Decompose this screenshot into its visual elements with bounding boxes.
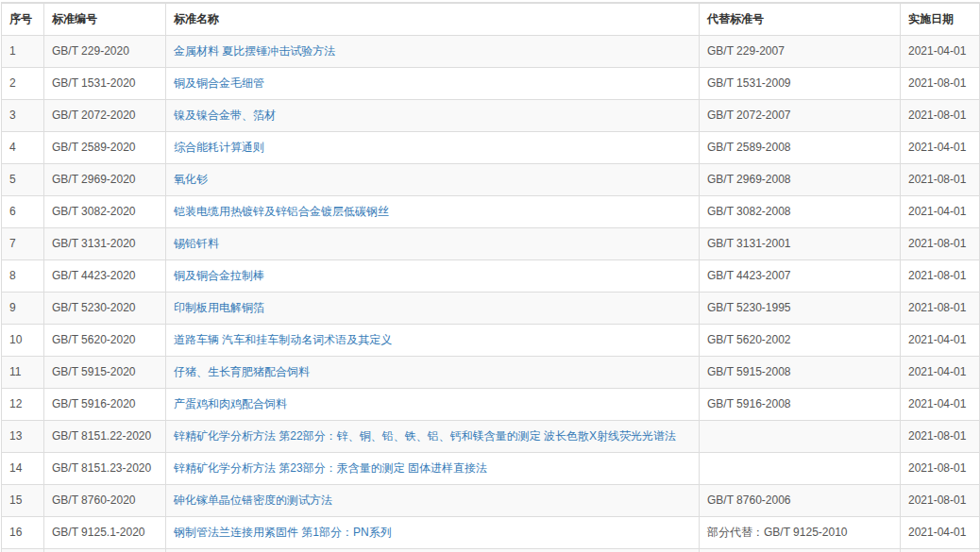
cell-code: GB/T 9125.1-2020	[44, 517, 166, 549]
cell-replaced: GB/T 1531-2009	[700, 68, 901, 100]
standard-name-link[interactable]: 道路车辆 汽车和挂车制动名词术语及其定义	[174, 333, 392, 346]
empty-cell	[2, 549, 44, 552]
cell-index: 14	[2, 453, 44, 485]
cell-code: GB/T 8760-2020	[44, 485, 166, 517]
table-row: 15 GB/T 8760-2020 砷化镓单晶位错密度的测试方法 GB/T 87…	[2, 485, 980, 517]
cell-date: 2021-08-01	[901, 421, 980, 453]
standard-name-link[interactable]: 锌精矿化学分析方法 第22部分：锌、铜、铅、铁、铝、钙和镁含量的测定 波长色散X…	[174, 429, 676, 443]
empty-cell	[901, 549, 980, 552]
standard-name-link[interactable]: 锌精矿化学分析方法 第23部分：汞含量的测定 固体进样直接法	[174, 461, 487, 475]
cell-index: 6	[2, 196, 44, 228]
table-row: 5 GB/T 2969-2020 氧化钐 GB/T 2969-2008 2021…	[2, 164, 980, 196]
cell-code: GB/T 229-2020	[44, 36, 166, 68]
cell-name: 金属材料 夏比摆锤冲击试验方法	[166, 36, 700, 68]
empty-cell	[166, 549, 700, 552]
cell-replaced: GB/T 5230-1995	[700, 293, 901, 325]
cell-index: 8	[2, 260, 44, 293]
table-row: 13 GB/T 8151.22-2020 锌精矿化学分析方法 第22部分：锌、铜…	[2, 421, 980, 453]
cell-code: GB/T 2589-2020	[44, 132, 166, 164]
cell-name: 锡铅钎料	[166, 228, 700, 260]
standard-name-link[interactable]: 锡铅钎料	[174, 237, 219, 250]
cell-code: GB/T 3131-2020	[44, 228, 166, 260]
cell-name: 铜及铜合金毛细管	[166, 68, 700, 100]
cell-date: 2021-08-01	[901, 453, 980, 485]
cell-replaced	[700, 421, 901, 453]
empty-cell	[700, 549, 901, 552]
cell-code: GB/T 2072-2020	[44, 100, 166, 132]
standard-name-link[interactable]: 镍及镍合金带、箔材	[174, 109, 276, 122]
cell-index: 3	[2, 100, 44, 132]
standard-name-link[interactable]: 钢制管法兰连接用紧固件 第1部分：PN系列	[174, 526, 392, 539]
cell-name: 铜及铜合金拉制棒	[166, 260, 700, 293]
cell-replaced: GB/T 3131-2001	[700, 228, 901, 260]
cell-date: 2021-04-01	[901, 325, 980, 357]
header-row: 序号 标准编号 标准名称 代替标准号 实施日期	[2, 3, 980, 36]
cell-index: 12	[2, 389, 44, 421]
table-row: 16 GB/T 9125.1-2020 钢制管法兰连接用紧固件 第1部分：PN系…	[2, 517, 980, 549]
table-row: 9 GB/T 5230-2020 印制板用电解铜箔 GB/T 5230-1995…	[2, 293, 980, 325]
table-row: 4 GB/T 2589-2020 综合能耗计算通则 GB/T 2589-2008…	[2, 132, 980, 164]
standard-name-link[interactable]: 印制板用电解铜箔	[174, 301, 264, 314]
col-header-code: 标准编号	[44, 3, 166, 36]
cell-replaced: 部分代替：GB/T 9125-2010	[700, 517, 901, 549]
cell-name: 锌精矿化学分析方法 第23部分：汞含量的测定 固体进样直接法	[166, 453, 700, 485]
cell-date: 2021-04-01	[901, 132, 980, 164]
cell-name: 综合能耗计算通则	[166, 132, 700, 164]
cell-date: 2021-08-01	[901, 68, 980, 100]
col-header-date: 实施日期	[901, 3, 980, 36]
cell-index: 7	[2, 228, 44, 260]
table-row: 14 GB/T 8151.23-2020 锌精矿化学分析方法 第23部分：汞含量…	[2, 453, 980, 485]
standard-name-link[interactable]: 综合能耗计算通则	[174, 141, 264, 154]
standard-name-link[interactable]: 金属材料 夏比摆锤冲击试验方法	[174, 44, 335, 58]
cell-name: 仔猪、生长育肥猪配合饲料	[166, 357, 700, 389]
cell-replaced: GB/T 2072-2007	[700, 100, 901, 132]
cell-index: 2	[2, 68, 44, 100]
cell-name: 产蛋鸡和肉鸡配合饲料	[166, 389, 700, 421]
cell-replaced: GB/T 4423-2007	[700, 260, 901, 293]
cell-replaced: GB/T 3082-2008	[700, 196, 901, 228]
col-header-index: 序号	[2, 3, 44, 36]
cell-name: 锌精矿化学分析方法 第22部分：锌、铜、铅、铁、铝、钙和镁含量的测定 波长色散X…	[166, 421, 700, 453]
table-row: 8 GB/T 4423-2020 铜及铜合金拉制棒 GB/T 4423-2007…	[2, 260, 980, 293]
cell-replaced: GB/T 8760-2006	[700, 485, 901, 517]
cell-code: GB/T 4423-2020	[44, 260, 166, 293]
cell-code: GB/T 5916-2020	[44, 389, 166, 421]
cell-date: 2021-04-01	[901, 389, 980, 421]
standard-name-link[interactable]: 氧化钐	[174, 173, 208, 186]
cell-replaced	[700, 453, 901, 485]
cell-date: 2021-04-01	[901, 36, 980, 68]
standard-name-link[interactable]: 砷化镓单晶位错密度的测试方法	[174, 493, 332, 507]
cell-name: 道路车辆 汽车和挂车制动名词术语及其定义	[166, 325, 700, 357]
cell-index: 9	[2, 293, 44, 325]
cell-code: GB/T 5230-2020	[44, 293, 166, 325]
table-row: 6 GB/T 3082-2020 铠装电缆用热镀锌及锌铝合金镀层低碳钢丝 GB/…	[2, 196, 980, 228]
standard-name-link[interactable]: 产蛋鸡和肉鸡配合饲料	[174, 397, 287, 410]
cell-index: 11	[2, 357, 44, 389]
col-header-replaced: 代替标准号	[700, 3, 901, 36]
cell-replaced: GB/T 5916-2008	[700, 389, 901, 421]
cell-name: 镍及镍合金带、箔材	[166, 100, 700, 132]
cell-date: 2021-08-01	[901, 100, 980, 132]
standard-name-link[interactable]: 仔猪、生长育肥猪配合饲料	[174, 365, 310, 378]
table-body: 1 GB/T 229-2020 金属材料 夏比摆锤冲击试验方法 GB/T 229…	[2, 36, 980, 552]
table-row: 12 GB/T 5916-2020 产蛋鸡和肉鸡配合饲料 GB/T 5916-2…	[2, 389, 980, 421]
standard-name-link[interactable]: 铠装电缆用热镀锌及锌铝合金镀层低碳钢丝	[174, 205, 389, 218]
cell-name: 印制板用电解铜箔	[166, 293, 700, 325]
cell-index: 4	[2, 132, 44, 164]
cell-index: 5	[2, 164, 44, 196]
standard-name-link[interactable]: 铜及铜合金拉制棒	[174, 269, 264, 282]
table-header: 序号 标准编号 标准名称 代替标准号 实施日期	[2, 3, 980, 36]
cell-date: 2021-08-01	[901, 293, 980, 325]
cell-code: GB/T 3082-2020	[44, 196, 166, 228]
cell-replaced: GB/T 2969-2008	[700, 164, 901, 196]
cell-code: GB/T 5915-2020	[44, 357, 166, 389]
table-row: 3 GB/T 2072-2020 镍及镍合金带、箔材 GB/T 2072-200…	[2, 100, 980, 132]
cell-date: 2021-08-01	[901, 164, 980, 196]
empty-cell	[44, 549, 166, 552]
cell-code: GB/T 2969-2020	[44, 164, 166, 196]
cell-index: 10	[2, 325, 44, 357]
standard-name-link[interactable]: 铜及铜合金毛细管	[174, 76, 264, 90]
col-header-name: 标准名称	[166, 3, 700, 36]
cell-date: 2021-08-01	[901, 228, 980, 260]
cell-name: 砷化镓单晶位错密度的测试方法	[166, 485, 700, 517]
